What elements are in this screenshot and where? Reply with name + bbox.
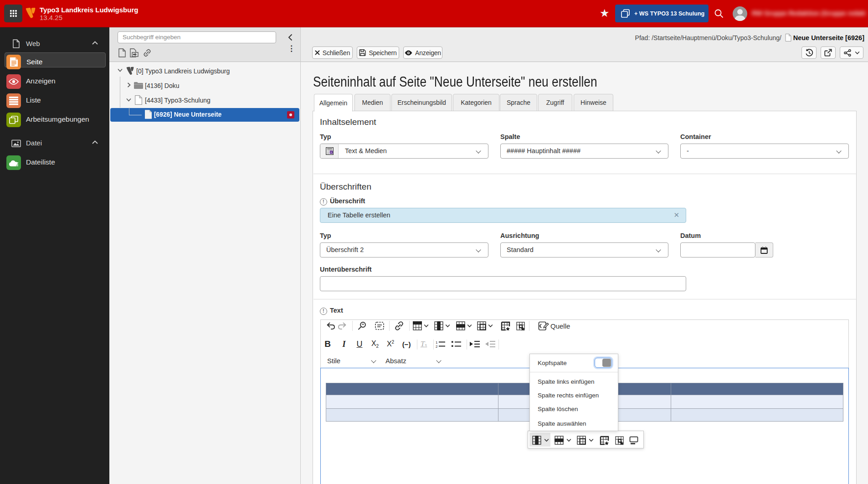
svg-text:2: 2 (436, 345, 438, 348)
svg-text:1: 1 (436, 340, 438, 345)
